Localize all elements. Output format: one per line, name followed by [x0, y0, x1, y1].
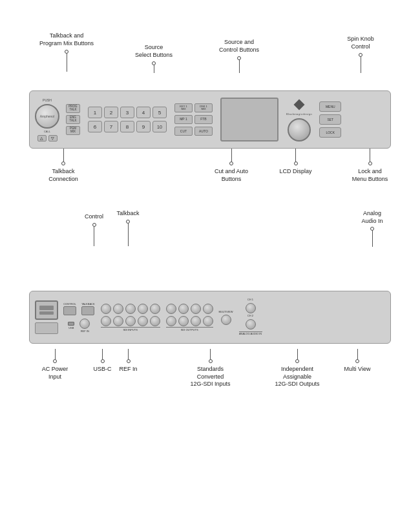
line-talkback-bottom: [128, 224, 129, 246]
sdi-in-9: [138, 316, 148, 326]
ref-in-port: REF IN: [79, 319, 90, 333]
sdi-inputs-row2: [101, 316, 160, 326]
line-cut-auto: [231, 149, 232, 162]
sdi-in-2: [113, 304, 123, 314]
line-multi-view: [357, 349, 358, 359]
call-btn-row: △ ▽: [37, 135, 58, 141]
line-usb-c: [102, 349, 103, 359]
btn-4[interactable]: 4: [136, 107, 151, 118]
sdi-in-3: [125, 304, 136, 314]
usb-c-connector: [68, 322, 74, 326]
sdi-out-6: [178, 316, 189, 326]
line-spin-knob: [361, 57, 361, 73]
btn-10[interactable]: 10: [152, 121, 167, 132]
spin-knob-control[interactable]: [288, 118, 311, 141]
key-buttons: KEY 1MIX DSK 1MIX MP 1 FTB CUT AUTO: [174, 103, 213, 136]
top-device: PUSH Amphenol CALL △ ▽: [29, 90, 391, 149]
pgm-mix-btn[interactable]: PGMMIX: [66, 126, 80, 135]
full-diagram: Talkback and Program Mix Buttons Source …: [13, 13, 407, 500]
xlr-connector: Amphenol: [35, 104, 59, 129]
set-btn[interactable]: SET: [319, 114, 341, 125]
dsk1-mix-btn[interactable]: DSK 1MIX: [194, 103, 213, 112]
label-talkback-bottom: Talkback: [109, 210, 147, 246]
dot-cut-auto: [229, 162, 233, 165]
sdi-in-6: [101, 316, 111, 326]
diagram-container: Talkback and Program Mix Buttons Source …: [0, 0, 420, 513]
dot-lock-menu: [368, 162, 372, 165]
dot-sdi-inputs: [209, 359, 213, 363]
btn-3[interactable]: 3: [120, 107, 134, 118]
audio-ch1-port: [246, 303, 256, 313]
label-ac-power: AC Power Input: [32, 349, 78, 381]
lock-btn[interactable]: LOCK: [319, 127, 341, 138]
btn-1[interactable]: 1: [88, 107, 102, 118]
power-slot-1: [39, 306, 54, 310]
usb-c-port: USB: [68, 322, 74, 330]
label-lcd: LCD Display: [271, 149, 320, 176]
sdi-outputs-label: SDI OUTPUTS: [166, 327, 213, 331]
menu-btn[interactable]: MENU: [319, 101, 341, 112]
key-row-2: MP 1 FTB: [174, 115, 213, 124]
sdi-in-10: [150, 316, 160, 326]
talkback-section: PUSH Amphenol CALL △ ▽: [35, 98, 59, 141]
sdi-in-8: [125, 316, 136, 326]
label-talkback-program: Talkback and Program Mix Buttons: [37, 32, 96, 72]
btn-9[interactable]: 9: [136, 121, 151, 132]
sdi-out-5: [166, 316, 176, 326]
logo-knob-section: Blackmagicdesign: [286, 98, 312, 141]
btn-7[interactable]: 7: [104, 121, 118, 132]
label-control: Control: [76, 213, 112, 246]
prog-talk-btn[interactable]: PROGTALK: [66, 104, 80, 113]
line-ac-power: [55, 349, 56, 359]
line-ref-in: [128, 349, 129, 359]
line-source-select: [154, 65, 154, 73]
sdi-outputs-row1: [166, 304, 213, 314]
btn-2[interactable]: 2: [104, 107, 118, 118]
power-switch[interactable]: [35, 322, 58, 334]
control-port: CONTROL: [63, 302, 76, 315]
btn-8[interactable]: 8: [120, 121, 134, 132]
talkback-rj45: [81, 306, 94, 315]
key-row-1: KEY 1MIX DSK 1MIX: [174, 103, 213, 112]
line-analog-audio: [372, 231, 373, 247]
label-sdi-outputs: Independent Assignable 12G-SDI Outputs: [265, 349, 330, 388]
sdi-outputs-section: SDI OUTPUTS: [166, 304, 213, 331]
side-buttons: MENU SET LOCK: [319, 101, 341, 138]
key-row-3: CUT AUTO: [174, 127, 213, 136]
eng-talk-btn[interactable]: ENGTALK: [66, 115, 80, 124]
label-source-control: Source and Control Buttons: [213, 39, 265, 73]
talkback-port: TALKBACK: [81, 302, 95, 315]
label-talkback-conn: Talkback Connection: [37, 149, 89, 183]
blackmagic-logo: [292, 98, 306, 112]
sdi-out-8: [203, 316, 213, 326]
sdi-in-1: [101, 304, 111, 314]
lcd-section: [220, 98, 278, 141]
line-control: [94, 227, 94, 246]
btn-6[interactable]: 6: [88, 121, 102, 132]
key1-mix-btn[interactable]: KEY 1MIX: [174, 103, 193, 112]
sdi-out-1: [166, 304, 176, 314]
multiview-ports: [221, 315, 231, 325]
num-row-1: 1 2 3 4 5: [88, 107, 167, 118]
call-btn-up[interactable]: △: [37, 135, 47, 141]
label-analog-audio: Analog Audio In: [346, 210, 398, 247]
sdi-out-3: [191, 304, 201, 314]
mp1-btn[interactable]: MP 1: [174, 115, 193, 124]
svg-rect-0: [294, 99, 305, 110]
usb-ref-ports: USB REF IN: [68, 319, 90, 333]
cut-btn[interactable]: CUT: [174, 127, 193, 136]
sdi-outputs-ports: [166, 304, 213, 326]
audio-ch2-port: [246, 319, 256, 330]
ftb-btn[interactable]: FTB: [194, 115, 213, 124]
dot-sdi-outputs: [295, 359, 299, 363]
call-btn-down[interactable]: ▽: [48, 135, 58, 141]
auto-btn[interactable]: AUTO: [194, 127, 213, 136]
top-panel: PUSH Amphenol CALL △ ▽: [29, 90, 391, 149]
ac-power-section: [35, 300, 58, 334]
bottom-panel: CONTROL TALKBACK USB: [29, 291, 391, 344]
sdi-in-4: [138, 304, 148, 314]
btn-5[interactable]: 5: [152, 107, 167, 118]
sdi-in-7: [113, 316, 123, 326]
label-source-select: Source Select Buttons: [128, 44, 180, 73]
talk-buttons: PROGTALK ENGTALK PGMMIX: [66, 104, 80, 135]
